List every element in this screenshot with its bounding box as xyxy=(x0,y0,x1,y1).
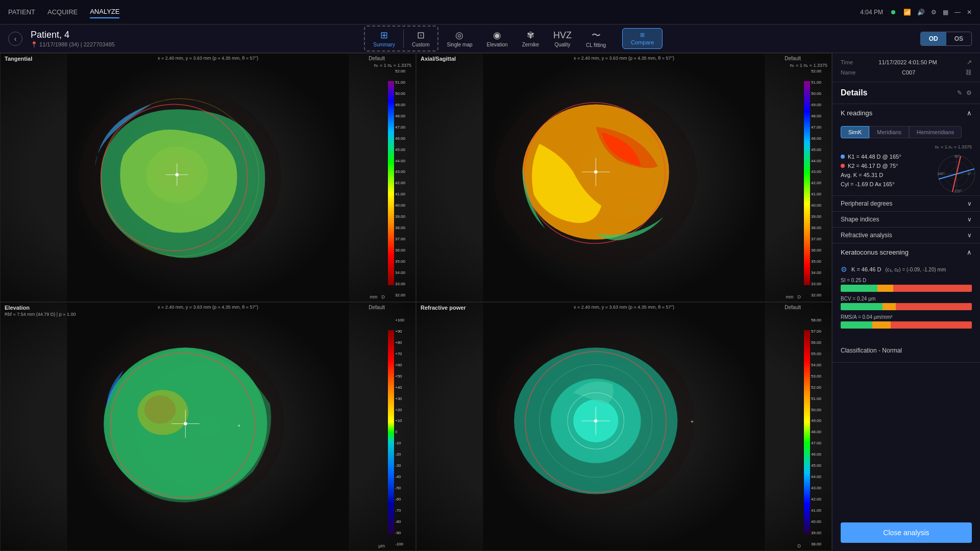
shape-chevron-icon: ∨ xyxy=(967,216,972,223)
refractive-svg: + xyxy=(416,303,831,550)
patient-details: 📍 11/17/1988 (34) | 2227703485 xyxy=(31,41,115,48)
simk-tab-simk[interactable]: SimK xyxy=(841,126,869,138)
edit-icon[interactable]: ✎ xyxy=(957,89,962,96)
settings-details-icon[interactable]: ⚙ xyxy=(966,89,972,96)
svg-line-48 xyxy=(957,169,974,174)
kc-header-row: ⚙ K = 46.46 D (c₁, c₂) = (-0.09, -1.20) … xyxy=(841,261,972,278)
tangential-panel: Tangential x = 2.40 mm, y = 3.63 mm (p =… xyxy=(0,53,416,302)
peripheral-section: Peripheral degrees ∨ xyxy=(832,196,980,212)
elevation-svg: + xyxy=(1,303,415,550)
nav-patient[interactable]: PATIENT xyxy=(8,6,35,18)
k2-dot xyxy=(841,164,845,168)
refractive-analysis-row[interactable]: Refractive analysis ∨ xyxy=(832,228,980,243)
display-icon[interactable]: ▦ xyxy=(943,9,948,16)
elevation-button[interactable]: ◉ Elevation xyxy=(481,28,514,49)
refractive-default: Default xyxy=(785,305,801,310)
toolbar-group-summary-custom: ⊞ Summary ⊡ Custom xyxy=(364,26,438,52)
axial-panel: Axial/Sagittal x = 2.40 mm, y = 3.63 mm … xyxy=(416,53,832,302)
shape-section: Shape indices ∨ xyxy=(832,212,980,228)
details-actions: ✎ ⚙ xyxy=(957,89,972,96)
od-button[interactable]: OD xyxy=(921,32,946,45)
axial-title: Axial/Sagittal xyxy=(421,56,456,62)
peripheral-chevron-icon: ∨ xyxy=(967,200,972,207)
k2-value: K2 = 46.17 D @ 75° xyxy=(841,163,930,169)
export-icon[interactable]: ↗ xyxy=(967,59,972,66)
svg-point-36 xyxy=(594,419,598,423)
od-os-selector: OD OS xyxy=(920,32,972,46)
quality-button[interactable]: HVZ Quality xyxy=(547,28,578,49)
si-bar xyxy=(841,285,972,292)
custom-button[interactable]: ⊡ Custom xyxy=(406,28,435,49)
wifi-icon: 📶 xyxy=(903,9,911,16)
kc-gear-icon[interactable]: ⚙ xyxy=(841,265,847,273)
svg-text:180°: 180° xyxy=(937,172,945,176)
nav-acquire[interactable]: ACQUIRE xyxy=(47,6,78,18)
settings-icon[interactable]: ⚙ xyxy=(931,9,937,16)
tangential-scale-unit: mmD xyxy=(370,294,385,299)
k-readings-header[interactable]: K readings ∧ xyxy=(832,104,980,122)
shape-header[interactable]: Shape indices ∨ xyxy=(832,212,980,227)
summary-button[interactable]: ⊞ Summary xyxy=(367,28,401,49)
svg-text:270°: 270° xyxy=(954,189,962,193)
status-indicator xyxy=(891,10,895,14)
keratoconus-chevron-icon: ∧ xyxy=(967,248,972,256)
elevation-icon: ◉ xyxy=(493,30,501,41)
rmsa-label: RMS/A = 0.04 μm/mm² xyxy=(841,314,972,320)
link-icon[interactable]: ⛓ xyxy=(966,69,972,76)
simk-chart: K1 = 44.48 D @ 165° K2 = 46.17 D @ 75° A… xyxy=(841,154,972,189)
compare-button[interactable]: ⊞ Compare xyxy=(622,28,663,49)
maps-area: Tangential x = 2.40 mm, y = 3.63 mm (p =… xyxy=(0,53,832,551)
refractive-scale-unit: D xyxy=(798,543,801,548)
axial-n: n₀ = 1 n₁ = 1.3375 xyxy=(790,63,827,68)
elevation-panel: Elevation x = 2.40 mm, y = 3.63 mm (p = … xyxy=(0,302,416,551)
elevation-map[interactable]: + xyxy=(1,303,415,550)
axial-scale-labels: 52.0051.0050.0049.00 48.0047.0046.0045.0… xyxy=(811,69,825,297)
close-window-icon[interactable]: ✕ xyxy=(967,9,972,16)
refractive-map[interactable]: + xyxy=(416,303,831,550)
simk-tab-meridians[interactable]: Meridians xyxy=(869,126,909,138)
tangential-coords: x = 2.40 mm, y = 3.63 mm (p = 4.35 mm, θ… xyxy=(158,56,258,61)
tangential-colorscale: 52.0051.0050.0049.00 48.0047.0046.0045.0… xyxy=(388,69,413,297)
svg-point-15 xyxy=(594,170,598,174)
peripheral-header[interactable]: Peripheral degrees ∨ xyxy=(832,196,980,211)
nav-analyze[interactable]: ANALYZE xyxy=(90,6,119,18)
svg-text:0°: 0° xyxy=(968,172,971,176)
tangential-title: Tangential xyxy=(5,56,32,62)
avg-k: Avg. K = 45.31 D xyxy=(841,172,930,178)
close-analysis-button[interactable]: Close analysis xyxy=(841,522,972,543)
cl-fitting-button[interactable]: 〜 CL fitting xyxy=(580,27,612,50)
datetime-value: 11/17/2022 4:01:50 PM xyxy=(878,59,937,65)
keratoconus-header[interactable]: Keratoconus screening ∧ xyxy=(832,243,980,261)
simk-tab-hemimeridians[interactable]: Hemimeridians xyxy=(909,126,962,138)
svg-rect-9 xyxy=(388,81,394,285)
elevation-scale-labels: +100+90+80+70 +60+50+40+30 +20+100-10 -2… xyxy=(395,318,409,546)
svg-point-25 xyxy=(184,422,187,425)
single-map-button[interactable]: ◎ Single map xyxy=(440,28,478,49)
svg-text:+: + xyxy=(237,422,240,429)
compare-icon: ⊞ xyxy=(640,32,645,38)
cyl-value: Cyl = -1.69 D Ax 165° xyxy=(841,181,930,187)
axial-map[interactable]: 52.0051.0050.0049.00 48.0047.0046.0045.0… xyxy=(416,54,831,302)
keratoconus-section: Keratoconus screening ∧ ⚙ K = 46.46 D (c… xyxy=(832,243,980,363)
quality-icon: HVZ xyxy=(553,30,572,41)
name-value: C007 xyxy=(902,69,915,76)
svg-rect-28 xyxy=(388,330,394,534)
rmsa-metric: RMS/A = 0.04 μm/mm² xyxy=(841,314,972,329)
summary-icon: ⊞ xyxy=(380,30,388,41)
single-map-icon: ◎ xyxy=(455,30,463,41)
back-button[interactable]: ‹ xyxy=(8,32,22,46)
patient-name: Patient, 4 xyxy=(31,30,115,40)
volume-icon: 🔊 xyxy=(917,9,925,16)
zernike-button[interactable]: ✾ Zernike xyxy=(516,28,545,49)
k-readings-content: SimK Meridians Hemimeridians n₀ = 1.nₛ =… xyxy=(832,122,980,195)
refractive-colorscale: 58.0057.0056.0055.00 54.0053.0052.0051.0… xyxy=(804,318,829,546)
tangential-svg xyxy=(1,54,415,302)
elevation-colorscale: +100+90+80+70 +60+50+40+30 +20+100-10 -2… xyxy=(388,318,413,546)
os-button[interactable]: OS xyxy=(946,32,971,45)
refractive-coords: x = 2.40 mm, y = 3.63 mm (p = 4.35 mm, θ… xyxy=(574,305,674,310)
details-title: Details xyxy=(841,88,867,97)
si-label: SI = 0.25 D xyxy=(841,278,972,283)
tangential-map[interactable]: 52.0051.0050.0049.00 48.0047.0046.0045.0… xyxy=(1,54,415,302)
minimize-icon[interactable]: — xyxy=(954,9,961,16)
axial-default: Default xyxy=(785,56,801,61)
